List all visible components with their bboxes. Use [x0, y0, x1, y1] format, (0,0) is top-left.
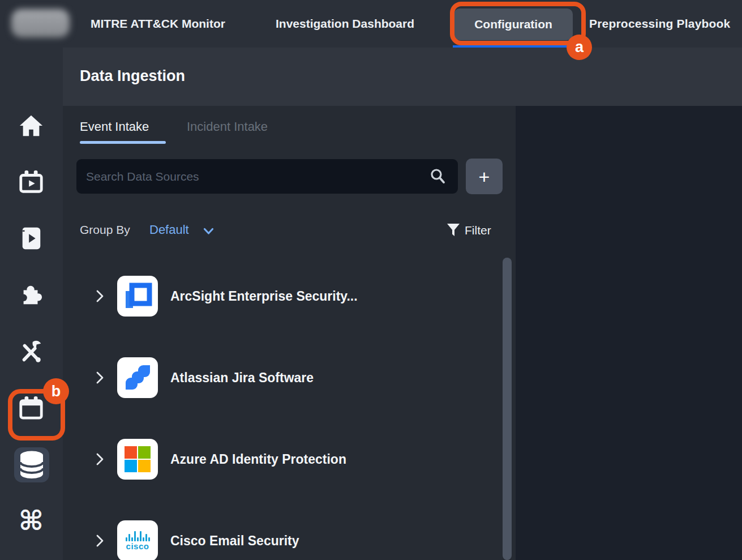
group-by-dropdown[interactable]: Default	[149, 223, 189, 237]
group-by-label: Group By	[80, 223, 130, 237]
sidebar-item-playbooks[interactable]	[18, 225, 45, 252]
search-icon[interactable]	[429, 168, 447, 186]
filter-button[interactable]: Filter	[465, 224, 491, 237]
expand-chevron-icon[interactable]	[93, 452, 107, 467]
cisco-logo: cisco	[117, 520, 158, 560]
home-icon	[18, 113, 44, 138]
data-source-name: Azure AD Identity Protection	[170, 452, 346, 467]
expand-chevron-icon[interactable]	[93, 370, 107, 385]
app-root: MITRE ATT&CK Monitor Investigation Dashb…	[0, 0, 742, 560]
calendar-play-icon	[18, 169, 44, 194]
data-source-row-cisco[interactable]: cisco Cisco Email Security	[76, 500, 501, 560]
annotation-badge-a: a	[567, 35, 592, 60]
top-nav-bar: MITRE ATT&CK Monitor Investigation Dashb…	[0, 0, 742, 48]
expand-chevron-icon[interactable]	[93, 289, 107, 303]
arcsight-logo	[117, 276, 158, 317]
sidebar: ⌘	[0, 48, 63, 560]
sidebar-item-marketplace[interactable]	[18, 281, 45, 309]
tab-incident-intake[interactable]: Incident Intake	[187, 119, 268, 134]
jira-logo	[117, 357, 158, 398]
cisco-logo-bars	[126, 531, 150, 541]
sidebar-item-home[interactable]	[18, 112, 45, 139]
nav-tab-investigation-dashboard[interactable]: Investigation Dashboard	[276, 0, 414, 48]
annotation-badge-b: b	[43, 378, 69, 404]
puzzle-icon	[18, 283, 44, 307]
filter-funnel-icon[interactable]	[447, 224, 460, 237]
scrollbar-thumb[interactable]	[503, 258, 512, 560]
annotation-ring-a	[450, 2, 586, 45]
data-source-name: Cisco Email Security	[170, 533, 299, 549]
data-source-name: Atlassian Jira Software	[170, 370, 314, 386]
tab-event-intake[interactable]: Event Intake	[80, 119, 149, 134]
nav-tab-mitre-attack-monitor[interactable]: MITRE ATT&CK Monitor	[91, 0, 225, 48]
add-data-source-button[interactable]: +	[466, 159, 503, 194]
tab-event-intake-underline	[80, 141, 166, 144]
nav-tab-preprocessing-playbook[interactable]: Preprocessing Playbook	[589, 0, 731, 48]
cisco-logo-text: cisco	[126, 542, 149, 550]
app-logo-blurred	[11, 9, 70, 37]
data-source-row-arcsight[interactable]: ArcSight Enterprise Security...	[76, 255, 501, 337]
detail-panel-empty	[516, 106, 742, 560]
sidebar-item-automation[interactable]: ⌘	[18, 507, 45, 535]
data-source-name: ArcSight Enterprise Security...	[170, 289, 358, 304]
search-data-sources-input[interactable]	[76, 159, 458, 194]
microsoft-logo	[117, 439, 158, 480]
tools-icon	[18, 339, 44, 364]
expand-chevron-icon[interactable]	[93, 533, 107, 548]
chevron-down-icon[interactable]	[203, 228, 214, 236]
database-icon	[18, 450, 45, 480]
sidebar-item-scheduled-runs[interactable]	[18, 168, 45, 195]
sidebar-item-settings-tools[interactable]	[18, 338, 45, 365]
command-icon: ⌘	[19, 507, 44, 535]
data-source-row-azure-ad[interactable]: Azure AD Identity Protection	[76, 418, 501, 500]
playbook-icon	[18, 226, 44, 251]
sidebar-item-data-ingestion-selected[interactable]	[14, 447, 49, 482]
data-source-row-jira[interactable]: Atlassian Jira Software	[76, 337, 501, 418]
page-title: Data Ingestion	[80, 67, 185, 85]
